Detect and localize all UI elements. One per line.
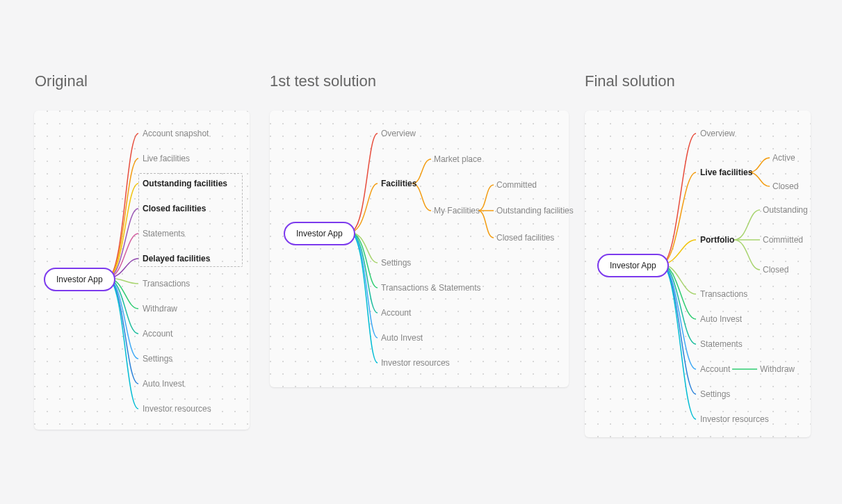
node-statements: Statements [700, 339, 743, 349]
node-live-facilities: Live facilities [700, 168, 752, 177]
node-outstanding-facilities: Outstanding facilities [496, 206, 574, 216]
node-active: Active [772, 153, 795, 163]
node-settings: Settings [381, 258, 411, 268]
node-account-snapshot: Account snapshot [143, 129, 209, 138]
card-first: Investor App Overview Facilities Setting… [270, 111, 569, 387]
node-auto-invest: Auto Invest [381, 333, 423, 343]
node-settings: Settings [700, 389, 730, 399]
node-outstanding-facilities: Outstanding facilities [143, 179, 227, 188]
node-auto-invest: Auto Invest [143, 379, 184, 389]
node-overview: Overview [700, 129, 735, 138]
node-committed: Committed [496, 180, 537, 190]
node-overview: Overview [381, 129, 416, 138]
node-closed-facilities: Closed facilities [496, 233, 554, 243]
node-delayed-facilities: Delayed facilities [143, 254, 210, 263]
card-final: Investor App Overview Live facilities Po… [585, 111, 811, 437]
heading-original: Original [35, 72, 88, 90]
node-closed-facilities: Closed facilities [143, 204, 206, 213]
node-withdraw: Withdraw [143, 304, 177, 314]
node-portfolio: Portfolio [700, 235, 734, 245]
node-account: Account [700, 364, 730, 374]
root-node-final: Investor App [597, 254, 669, 277]
node-auto-invest: Auto Invest [700, 314, 742, 324]
node-investor-resources: Investor resources [143, 404, 211, 414]
node-settings: Settings [143, 354, 172, 364]
node-statements: Statements [143, 229, 185, 238]
root-node-first: Investor App [284, 222, 355, 245]
node-live-facilities: Live facilities [143, 154, 190, 163]
node-transactions: Transactions [143, 279, 190, 288]
card-original: Investor App Account snapshot Live facil… [34, 111, 250, 430]
node-account: Account [381, 308, 411, 318]
node-closed-portfolio: Closed [763, 265, 788, 275]
node-committed: Committed [763, 235, 803, 245]
node-market-place: Market place [434, 154, 482, 164]
node-investor-resources: Investor resources [381, 358, 450, 368]
heading-final: Final solution [585, 72, 675, 90]
node-closed: Closed [772, 181, 798, 191]
node-transactions-statements: Transactions & Statements [381, 283, 481, 293]
node-account: Account [143, 329, 172, 339]
node-my-facilities: My Facilities [434, 206, 480, 216]
node-facilities: Facilities [381, 179, 416, 188]
heading-first: 1st test solution [270, 72, 376, 90]
node-outstanding: Outstanding [763, 205, 808, 215]
node-transactions: Transactions [700, 289, 747, 299]
node-investor-resources: Investor resources [700, 414, 769, 424]
root-node-original: Investor App [44, 268, 115, 291]
node-withdraw: Withdraw [760, 364, 795, 374]
